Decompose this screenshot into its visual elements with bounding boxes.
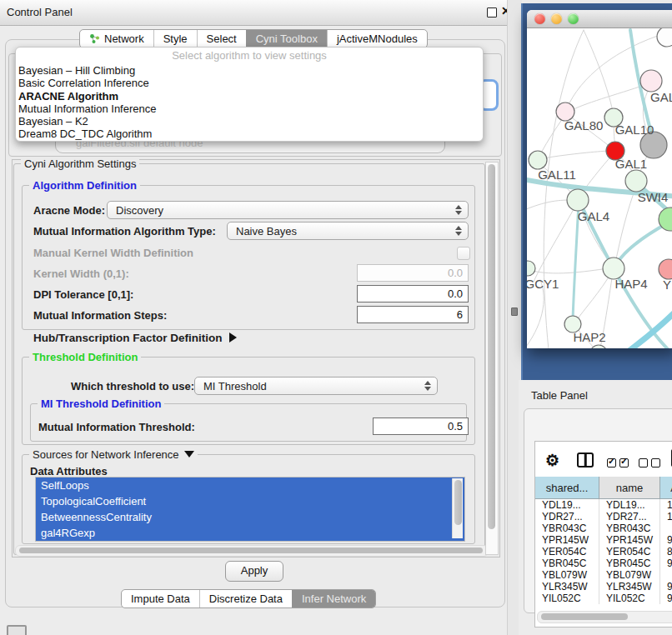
mi-threshold-field[interactable]: 0.5: [373, 418, 469, 435]
node-label: GCY1: [527, 277, 559, 291]
tab-network[interactable]: Network: [80, 30, 153, 48]
tab-label: Infer Network: [302, 592, 366, 605]
data-attributes-list[interactable]: SelfLoopsTopologicalCoefficientBetweenne…: [35, 477, 465, 542]
deselect-all-button[interactable]: [639, 456, 664, 471]
table-row[interactable]: YPR145WYPR145W9.: [535, 534, 672, 546]
network-window-titlebar[interactable]: [527, 10, 672, 28]
algorithm-option[interactable]: ARACNE Algorithm: [16, 90, 483, 102]
algorithm-option[interactable]: Bayesian – K2: [16, 115, 483, 128]
table-row[interactable]: YLR345WYLR345W9.: [535, 581, 672, 592]
splitter-grip-icon[interactable]: [511, 308, 518, 316]
algorithm-option[interactable]: Bayesian – Hill Climbing: [16, 64, 483, 77]
mi-threshold-label: Mutual Information Threshold:: [38, 421, 195, 433]
aracne-mode-combo[interactable]: Discovery: [107, 201, 469, 219]
table-cell: YDR27...: [599, 511, 660, 522]
attribute-item[interactable]: TopologicalCoefficient: [36, 493, 464, 509]
network-node[interactable]: [640, 70, 662, 92]
algorithm-option[interactable]: Mutual Information Inference: [16, 102, 483, 115]
network-window[interactable]: GALGAL80GAL10GAL11GAL1SWI4GAL4GCY1HAP4YH…: [527, 10, 672, 348]
column-header[interactable]: name: [599, 477, 660, 498]
mi-threshold-definition-title: MI Threshold Definition: [38, 398, 164, 410]
spinner-arrows-icon: [455, 226, 462, 236]
network-node[interactable]: [527, 261, 535, 276]
table-row[interactable]: YBR045CYBR045C9.: [535, 558, 672, 569]
table-body: YDL19...YDL19...13YDR27...YDR27...12YBR0…: [535, 499, 672, 609]
mi-steps-field[interactable]: 6: [357, 306, 469, 323]
close-window-icon[interactable]: [534, 13, 545, 24]
column-header[interactable]: A: [660, 477, 672, 498]
network-node[interactable]: [657, 28, 672, 47]
unchecked-box-icon: [639, 458, 648, 468]
expanded-arrow-icon: [184, 451, 194, 458]
network-canvas[interactable]: GALGAL80GAL10GAL11GAL1SWI4GAL4GCY1HAP4YH…: [527, 28, 672, 348]
table-row[interactable]: YDR27...YDR27...12: [535, 511, 672, 522]
cyni-mode-tabs: Impute DataDiscretize DataInfer Network: [121, 589, 376, 608]
table-row[interactable]: YBL079WYBL079W: [535, 569, 672, 581]
kernel-width-field[interactable]: 0.0: [357, 264, 469, 282]
attribute-item[interactable]: gal4RGexp: [36, 525, 464, 541]
attribute-item[interactable]: SelfLoops: [36, 478, 464, 493]
column-header[interactable]: shared...: [535, 477, 599, 498]
network-node[interactable]: [659, 259, 672, 279]
table-cell: YBL079W: [535, 569, 599, 581]
network-node[interactable]: [529, 151, 547, 169]
table-cell: 9.: [660, 534, 672, 546]
float-panel-icon[interactable]: [487, 8, 497, 18]
spinner-arrows-icon: [455, 205, 462, 215]
minimize-window-icon[interactable]: [551, 13, 562, 24]
hub-section-toggle[interactable]: Hub/Transcription Factor Definition: [33, 332, 237, 344]
tab-infer-network[interactable]: Infer Network: [292, 590, 375, 608]
tab-label: Cyni Toolbox: [256, 32, 318, 45]
tab-style[interactable]: Style: [153, 30, 197, 48]
collapsed-arrow-icon: [229, 332, 237, 342]
network-node[interactable]: [567, 189, 589, 211]
algorithm-definition-title: Algorithm Definition: [29, 179, 140, 192]
select-all-button[interactable]: ✓✓: [607, 456, 632, 471]
split-view-button[interactable]: [577, 452, 594, 468]
which-threshold-combo[interactable]: MI Threshold: [194, 377, 438, 395]
tab-impute-data[interactable]: Impute Data: [122, 590, 199, 608]
network-edge: [584, 30, 614, 115]
algorithm-option[interactable]: Basic Correlation Inference: [16, 77, 483, 89]
settings-horizontal-scrollbar[interactable]: [15, 545, 489, 557]
control-panel-tabs: NetworkStyleSelectCyni ToolboxjActiveMNo…: [79, 29, 428, 48]
table-cell: 9.: [660, 581, 672, 592]
zoom-window-icon[interactable]: [568, 13, 579, 24]
table-cell: YLR345W: [535, 581, 599, 592]
kernel-width-value: 0.0: [448, 267, 463, 279]
network-icon: [89, 33, 100, 44]
network-edge: [542, 151, 609, 158]
table-cell: YBR045C: [535, 558, 599, 569]
minimized-panel-icon[interactable]: [7, 625, 27, 635]
sources-title[interactable]: Sources for Network Inference: [29, 448, 198, 461]
tab-jactivemnodules[interactable]: jActiveMNodules: [327, 30, 427, 48]
table-cell: [660, 569, 672, 581]
table-cell: 13: [660, 499, 672, 511]
table-row[interactable]: YER054CYER054C8.: [535, 546, 672, 558]
mi-algorithm-type-combo[interactable]: Naive Bayes: [227, 222, 469, 240]
tab-cyni-toolbox[interactable]: Cyni Toolbox: [246, 30, 327, 48]
tab-select[interactable]: Select: [197, 30, 246, 48]
table-horizontal-scrollbar[interactable]: [537, 611, 672, 623]
control-panel-titlebar: Control Panel ✕: [0, 0, 511, 26]
tab-discretize-data[interactable]: Discretize Data: [199, 590, 292, 608]
table-row[interactable]: YDL19...YDL19...13: [535, 499, 672, 511]
attribute-item[interactable]: BetweennessCentrality: [36, 509, 464, 525]
algorithm-option[interactable]: Dream8 DC_TDC Algorithm: [16, 128, 483, 140]
tab-label: Style: [163, 32, 188, 45]
table-panel: Table Panel ⚙ ✓✓ shared...nameA YDL19...…: [519, 380, 672, 635]
manual-kernel-checkbox[interactable]: [457, 247, 470, 260]
network-node[interactable]: [625, 170, 647, 192]
unchecked-box-icon: [651, 458, 660, 468]
table-cell: YLR345W: [599, 581, 660, 592]
table-row[interactable]: YBR043CYBR043C: [535, 522, 672, 534]
table-gear-button[interactable]: ⚙: [545, 451, 559, 470]
table-cell: YDR27...: [535, 511, 599, 522]
apply-button[interactable]: Apply: [225, 561, 283, 582]
table-card: ⚙ ✓✓ shared...nameA YDL19...YDL19...13YD…: [524, 408, 672, 613]
attributes-vertical-scrollbar[interactable]: [452, 478, 463, 538]
dpi-tolerance-field[interactable]: 0.0: [357, 285, 469, 302]
hub-section-label: Hub/Transcription Factor Definition: [33, 332, 223, 344]
table-row[interactable]: YIL052CYIL052C9: [535, 592, 672, 604]
settings-vertical-scrollbar[interactable]: [485, 162, 499, 555]
